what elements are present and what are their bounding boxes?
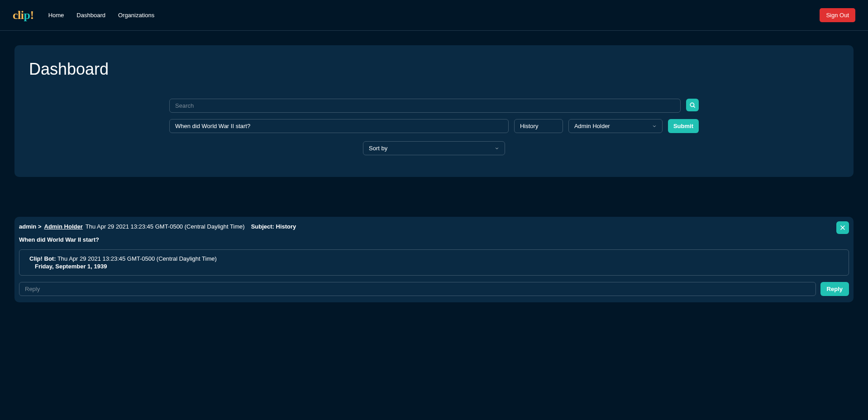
nav-link-dashboard[interactable]: Dashboard bbox=[76, 12, 105, 19]
thread-subject: Subject: History bbox=[251, 223, 296, 230]
bot-header: Clip! Bot: Thu Apr 29 2021 13:23:45 GMT-… bbox=[29, 255, 839, 262]
search-icon bbox=[689, 102, 696, 108]
navbar: clip! Home Dashboard Organizations Sign … bbox=[0, 0, 868, 31]
thread-timestamp: Thu Apr 29 2021 13:23:45 GMT-0500 (Centr… bbox=[86, 223, 245, 230]
nav-links: Home Dashboard Organizations bbox=[48, 12, 155, 19]
bot-timestamp: Thu Apr 29 2021 13:23:45 GMT-0500 (Centr… bbox=[57, 255, 217, 262]
close-icon bbox=[839, 224, 846, 231]
dashboard-card: Dashboard Admin Holder Submit Sort by bbox=[14, 45, 854, 177]
thread-header: admin > Admin Holder Thu Apr 29 2021 13:… bbox=[19, 223, 849, 230]
sort-select-label: Sort by bbox=[369, 145, 387, 152]
bot-name: Clip! Bot: bbox=[29, 255, 56, 262]
nav-link-home[interactable]: Home bbox=[48, 12, 64, 19]
reply-input[interactable] bbox=[19, 282, 816, 296]
submit-button[interactable]: Submit bbox=[668, 119, 699, 133]
search-input[interactable] bbox=[169, 99, 681, 113]
logo[interactable]: clip! bbox=[13, 9, 34, 22]
sort-row: Sort by bbox=[25, 141, 843, 155]
question-input[interactable] bbox=[169, 119, 509, 133]
svg-line-1 bbox=[694, 106, 695, 108]
navbar-left: clip! Home Dashboard Organizations bbox=[13, 9, 154, 22]
thread-user-prefix: admin > bbox=[19, 223, 42, 230]
thread-question: When did World War II start? bbox=[19, 236, 849, 243]
content: Dashboard Admin Holder Submit Sort by bbox=[0, 31, 868, 317]
reply-button[interactable]: Reply bbox=[820, 282, 849, 296]
chevron-down-icon bbox=[495, 146, 499, 151]
page-title: Dashboard bbox=[29, 60, 843, 79]
thread-card: admin > Admin Holder Thu Apr 29 2021 13:… bbox=[14, 217, 854, 302]
nav-link-organizations[interactable]: Organizations bbox=[118, 12, 154, 19]
query-row: Admin Holder Submit bbox=[169, 119, 699, 133]
close-button[interactable] bbox=[836, 221, 849, 234]
bot-reply-box: Clip! Bot: Thu Apr 29 2021 13:23:45 GMT-… bbox=[19, 249, 849, 276]
sign-out-button[interactable]: Sign Out bbox=[820, 8, 855, 22]
subject-input[interactable] bbox=[514, 119, 563, 133]
search-row bbox=[169, 99, 699, 113]
thread-user-link[interactable]: Admin Holder bbox=[44, 223, 83, 230]
sort-select[interactable]: Sort by bbox=[363, 141, 505, 155]
user-select-value: Admin Holder bbox=[574, 123, 610, 129]
reply-row: Reply bbox=[19, 282, 849, 296]
bot-answer: Friday, September 1, 1939 bbox=[35, 263, 839, 270]
chevron-down-icon bbox=[652, 124, 657, 129]
search-button[interactable] bbox=[686, 99, 699, 111]
user-select[interactable]: Admin Holder bbox=[568, 119, 663, 133]
